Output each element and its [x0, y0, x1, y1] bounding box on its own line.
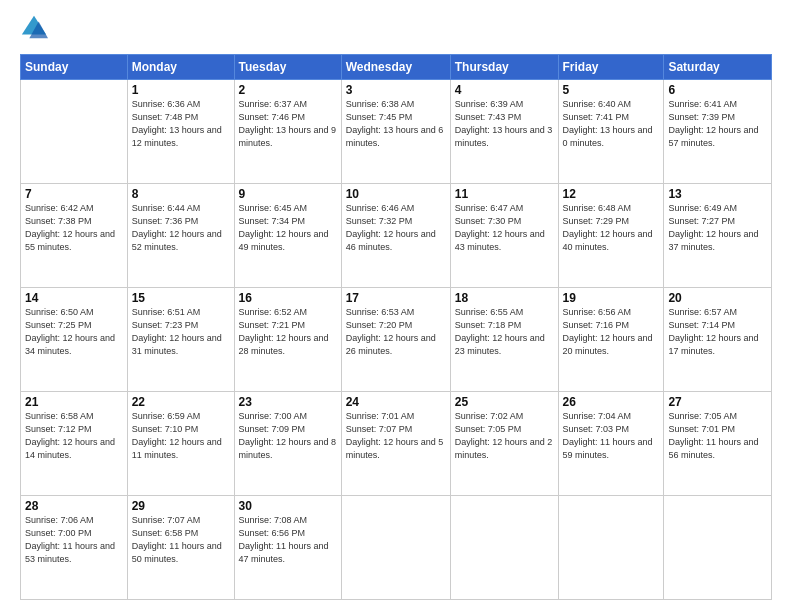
day-info: Sunrise: 6:57 AMSunset: 7:14 PMDaylight:… [668, 306, 767, 358]
day-number: 20 [668, 291, 767, 305]
day-info: Sunrise: 6:55 AMSunset: 7:18 PMDaylight:… [455, 306, 554, 358]
calendar-cell: 21Sunrise: 6:58 AMSunset: 7:12 PMDayligh… [21, 392, 128, 496]
day-info: Sunrise: 7:02 AMSunset: 7:05 PMDaylight:… [455, 410, 554, 462]
day-number: 25 [455, 395, 554, 409]
calendar-week-row: 21Sunrise: 6:58 AMSunset: 7:12 PMDayligh… [21, 392, 772, 496]
day-number: 5 [563, 83, 660, 97]
weekday-header: Saturday [664, 55, 772, 80]
calendar-cell: 2Sunrise: 6:37 AMSunset: 7:46 PMDaylight… [234, 80, 341, 184]
calendar-cell: 13Sunrise: 6:49 AMSunset: 7:27 PMDayligh… [664, 184, 772, 288]
weekday-header: Monday [127, 55, 234, 80]
day-number: 29 [132, 499, 230, 513]
calendar-cell: 6Sunrise: 6:41 AMSunset: 7:39 PMDaylight… [664, 80, 772, 184]
day-number: 6 [668, 83, 767, 97]
day-number: 18 [455, 291, 554, 305]
calendar-cell [21, 80, 128, 184]
calendar-cell: 28Sunrise: 7:06 AMSunset: 7:00 PMDayligh… [21, 496, 128, 600]
calendar-cell: 3Sunrise: 6:38 AMSunset: 7:45 PMDaylight… [341, 80, 450, 184]
logo [20, 16, 52, 44]
calendar-cell: 24Sunrise: 7:01 AMSunset: 7:07 PMDayligh… [341, 392, 450, 496]
day-number: 2 [239, 83, 337, 97]
day-number: 19 [563, 291, 660, 305]
day-info: Sunrise: 6:56 AMSunset: 7:16 PMDaylight:… [563, 306, 660, 358]
calendar-cell: 16Sunrise: 6:52 AMSunset: 7:21 PMDayligh… [234, 288, 341, 392]
day-info: Sunrise: 7:01 AMSunset: 7:07 PMDaylight:… [346, 410, 446, 462]
calendar-week-row: 28Sunrise: 7:06 AMSunset: 7:00 PMDayligh… [21, 496, 772, 600]
day-info: Sunrise: 6:41 AMSunset: 7:39 PMDaylight:… [668, 98, 767, 150]
day-number: 27 [668, 395, 767, 409]
calendar-cell: 4Sunrise: 6:39 AMSunset: 7:43 PMDaylight… [450, 80, 558, 184]
calendar-cell: 9Sunrise: 6:45 AMSunset: 7:34 PMDaylight… [234, 184, 341, 288]
weekday-header: Sunday [21, 55, 128, 80]
day-info: Sunrise: 7:07 AMSunset: 6:58 PMDaylight:… [132, 514, 230, 566]
weekday-header: Thursday [450, 55, 558, 80]
day-number: 28 [25, 499, 123, 513]
day-info: Sunrise: 6:39 AMSunset: 7:43 PMDaylight:… [455, 98, 554, 150]
calendar-cell: 30Sunrise: 7:08 AMSunset: 6:56 PMDayligh… [234, 496, 341, 600]
weekday-header: Friday [558, 55, 664, 80]
calendar-cell: 22Sunrise: 6:59 AMSunset: 7:10 PMDayligh… [127, 392, 234, 496]
calendar-cell: 20Sunrise: 6:57 AMSunset: 7:14 PMDayligh… [664, 288, 772, 392]
calendar-cell: 19Sunrise: 6:56 AMSunset: 7:16 PMDayligh… [558, 288, 664, 392]
day-info: Sunrise: 6:38 AMSunset: 7:45 PMDaylight:… [346, 98, 446, 150]
day-info: Sunrise: 7:08 AMSunset: 6:56 PMDaylight:… [239, 514, 337, 566]
day-number: 21 [25, 395, 123, 409]
day-info: Sunrise: 6:53 AMSunset: 7:20 PMDaylight:… [346, 306, 446, 358]
calendar-cell: 27Sunrise: 7:05 AMSunset: 7:01 PMDayligh… [664, 392, 772, 496]
calendar-cell: 18Sunrise: 6:55 AMSunset: 7:18 PMDayligh… [450, 288, 558, 392]
day-info: Sunrise: 6:46 AMSunset: 7:32 PMDaylight:… [346, 202, 446, 254]
calendar-cell: 29Sunrise: 7:07 AMSunset: 6:58 PMDayligh… [127, 496, 234, 600]
day-info: Sunrise: 6:37 AMSunset: 7:46 PMDaylight:… [239, 98, 337, 150]
calendar-cell: 25Sunrise: 7:02 AMSunset: 7:05 PMDayligh… [450, 392, 558, 496]
day-info: Sunrise: 6:48 AMSunset: 7:29 PMDaylight:… [563, 202, 660, 254]
calendar-cell [664, 496, 772, 600]
day-info: Sunrise: 6:47 AMSunset: 7:30 PMDaylight:… [455, 202, 554, 254]
day-info: Sunrise: 6:51 AMSunset: 7:23 PMDaylight:… [132, 306, 230, 358]
calendar-cell: 1Sunrise: 6:36 AMSunset: 7:48 PMDaylight… [127, 80, 234, 184]
calendar-cell: 10Sunrise: 6:46 AMSunset: 7:32 PMDayligh… [341, 184, 450, 288]
day-info: Sunrise: 7:04 AMSunset: 7:03 PMDaylight:… [563, 410, 660, 462]
header [20, 16, 772, 44]
day-number: 14 [25, 291, 123, 305]
calendar-table: SundayMondayTuesdayWednesdayThursdayFrid… [20, 54, 772, 600]
day-number: 1 [132, 83, 230, 97]
calendar-page: SundayMondayTuesdayWednesdayThursdayFrid… [0, 0, 792, 612]
day-info: Sunrise: 6:50 AMSunset: 7:25 PMDaylight:… [25, 306, 123, 358]
calendar-week-row: 7Sunrise: 6:42 AMSunset: 7:38 PMDaylight… [21, 184, 772, 288]
day-number: 4 [455, 83, 554, 97]
calendar-cell: 14Sunrise: 6:50 AMSunset: 7:25 PMDayligh… [21, 288, 128, 392]
day-info: Sunrise: 6:44 AMSunset: 7:36 PMDaylight:… [132, 202, 230, 254]
calendar-cell: 17Sunrise: 6:53 AMSunset: 7:20 PMDayligh… [341, 288, 450, 392]
day-number: 13 [668, 187, 767, 201]
day-number: 17 [346, 291, 446, 305]
day-number: 3 [346, 83, 446, 97]
calendar-cell: 8Sunrise: 6:44 AMSunset: 7:36 PMDaylight… [127, 184, 234, 288]
day-info: Sunrise: 6:59 AMSunset: 7:10 PMDaylight:… [132, 410, 230, 462]
day-info: Sunrise: 6:52 AMSunset: 7:21 PMDaylight:… [239, 306, 337, 358]
day-number: 10 [346, 187, 446, 201]
calendar-cell: 5Sunrise: 6:40 AMSunset: 7:41 PMDaylight… [558, 80, 664, 184]
day-info: Sunrise: 7:06 AMSunset: 7:00 PMDaylight:… [25, 514, 123, 566]
calendar-cell: 12Sunrise: 6:48 AMSunset: 7:29 PMDayligh… [558, 184, 664, 288]
day-info: Sunrise: 6:42 AMSunset: 7:38 PMDaylight:… [25, 202, 123, 254]
calendar-cell [341, 496, 450, 600]
day-number: 23 [239, 395, 337, 409]
logo-icon [20, 14, 48, 42]
calendar-cell: 11Sunrise: 6:47 AMSunset: 7:30 PMDayligh… [450, 184, 558, 288]
day-number: 9 [239, 187, 337, 201]
day-number: 26 [563, 395, 660, 409]
day-number: 12 [563, 187, 660, 201]
calendar-week-row: 14Sunrise: 6:50 AMSunset: 7:25 PMDayligh… [21, 288, 772, 392]
day-info: Sunrise: 6:49 AMSunset: 7:27 PMDaylight:… [668, 202, 767, 254]
day-info: Sunrise: 7:05 AMSunset: 7:01 PMDaylight:… [668, 410, 767, 462]
day-number: 15 [132, 291, 230, 305]
day-info: Sunrise: 6:40 AMSunset: 7:41 PMDaylight:… [563, 98, 660, 150]
day-info: Sunrise: 7:00 AMSunset: 7:09 PMDaylight:… [239, 410, 337, 462]
calendar-cell: 15Sunrise: 6:51 AMSunset: 7:23 PMDayligh… [127, 288, 234, 392]
day-number: 8 [132, 187, 230, 201]
day-number: 22 [132, 395, 230, 409]
calendar-cell: 23Sunrise: 7:00 AMSunset: 7:09 PMDayligh… [234, 392, 341, 496]
day-number: 30 [239, 499, 337, 513]
day-number: 11 [455, 187, 554, 201]
day-number: 16 [239, 291, 337, 305]
